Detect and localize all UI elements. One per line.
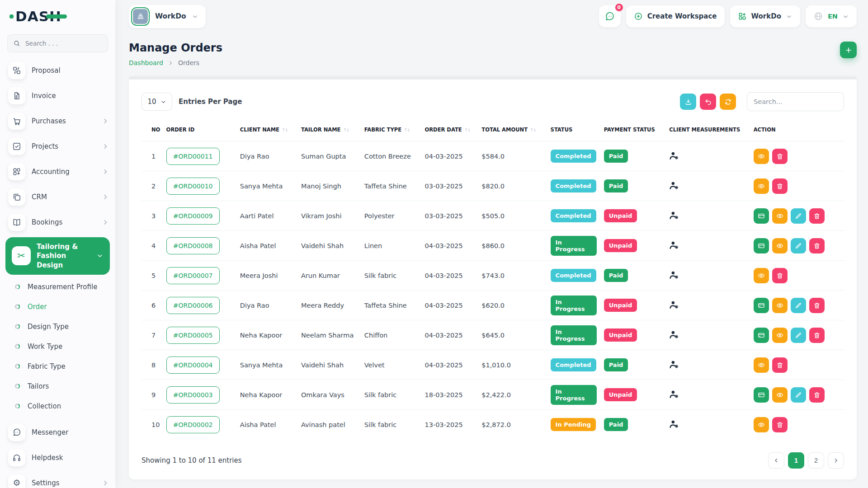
- delete-order-button[interactable]: [809, 208, 825, 224]
- view-order-button[interactable]: [754, 178, 769, 194]
- sidebar-item-accounting[interactable]: Accounting: [0, 159, 115, 184]
- sidebar-subitem-measurement-profile[interactable]: Measurement Profile: [0, 277, 115, 297]
- sidebar-item-proposal[interactable]: Proposal: [0, 58, 115, 83]
- order-id-link[interactable]: #ORD00010: [166, 178, 220, 195]
- client-measurements-button[interactable]: [669, 180, 679, 191]
- add-order-button[interactable]: [840, 42, 857, 58]
- sort-icon[interactable]: ↑↓: [464, 127, 470, 132]
- sort-icon[interactable]: ↑↓: [404, 127, 410, 132]
- view-order-button[interactable]: [754, 357, 769, 373]
- client-measurements-button[interactable]: [669, 329, 679, 340]
- refresh-button[interactable]: [720, 94, 736, 110]
- sidebar-item-invoice[interactable]: Invoice: [0, 83, 115, 108]
- client-measurements-button[interactable]: [669, 240, 679, 250]
- sort-icon[interactable]: ↑↓: [530, 127, 536, 132]
- view-order-button[interactable]: [772, 208, 788, 224]
- view-order-button[interactable]: [754, 417, 769, 432]
- delete-order-button[interactable]: [772, 178, 788, 194]
- sidebar-item-crm[interactable]: CRM: [0, 184, 115, 210]
- sidebar-item-label: Invoice: [32, 92, 56, 100]
- view-order-button[interactable]: [772, 298, 788, 313]
- payment-order-button[interactable]: [754, 238, 769, 253]
- edit-order-button[interactable]: [791, 328, 806, 343]
- workspace-selector[interactable]: WorkDo: [129, 5, 206, 28]
- order-id-link[interactable]: #ORD00005: [166, 327, 220, 344]
- sidebar-item-settings[interactable]: ⚙Settings: [0, 470, 115, 488]
- sidebar-search-input[interactable]: [24, 39, 102, 47]
- view-order-button[interactable]: [754, 149, 769, 164]
- total-amount-cell: $584.0: [478, 141, 547, 171]
- column-header-fabric-type[interactable]: FABRIC TYPE↑↓: [361, 118, 421, 141]
- sidebar-item-messenger[interactable]: Messenger: [0, 420, 115, 445]
- entries-per-page-select[interactable]: 10: [142, 93, 172, 111]
- view-order-button[interactable]: [772, 238, 788, 253]
- sidebar-subitem-collection[interactable]: Collection: [0, 396, 115, 416]
- sidebar-subitem-tailors[interactable]: Tailors: [0, 376, 115, 396]
- delete-order-button[interactable]: [809, 238, 825, 253]
- edit-order-button[interactable]: [791, 208, 806, 224]
- delete-order-button[interactable]: [772, 357, 788, 373]
- status-badge: In Progress: [551, 236, 597, 256]
- sidebar-subitem-work-type[interactable]: Work Type: [0, 337, 115, 357]
- client-measurements-button[interactable]: [669, 300, 679, 310]
- sort-icon[interactable]: ↑↓: [282, 127, 288, 132]
- order-id-link[interactable]: #ORD00002: [166, 416, 220, 433]
- delete-order-button[interactable]: [772, 268, 788, 283]
- sidebar-item-bookings[interactable]: Bookings: [0, 210, 115, 235]
- order-id-link[interactable]: #ORD00003: [166, 386, 220, 404]
- order-id-link[interactable]: #ORD00009: [166, 207, 220, 225]
- breadcrumb-dashboard-link[interactable]: Dashboard: [129, 59, 163, 66]
- order-id-link[interactable]: #ORD00011: [166, 148, 220, 165]
- column-header-client-name[interactable]: CLIENT NAME↑↓: [236, 118, 297, 141]
- export-button[interactable]: [680, 94, 696, 110]
- payment-order-button[interactable]: [754, 328, 769, 343]
- sidebar-subitem-order[interactable]: Order: [0, 297, 115, 317]
- pagination-prev-button[interactable]: [768, 452, 784, 469]
- column-header-order-date[interactable]: ORDER DATE↑↓: [421, 118, 478, 141]
- delete-order-button[interactable]: [809, 328, 825, 343]
- pagination-next-button[interactable]: [828, 452, 844, 469]
- sidebar-item-purchases[interactable]: Purchases: [0, 108, 115, 134]
- client-measurements-button[interactable]: [669, 419, 679, 429]
- sidebar-item-tailoring-fashion-design[interactable]: ✂ Tailoring & Fashion Design: [5, 237, 110, 275]
- order-id-link[interactable]: #ORD00004: [166, 357, 220, 374]
- client-measurements-button[interactable]: [669, 150, 679, 161]
- delete-order-button[interactable]: [809, 387, 825, 403]
- payment-order-button[interactable]: [754, 298, 769, 313]
- view-order-button[interactable]: [772, 387, 788, 403]
- column-header-tailor-name[interactable]: TAILOR NAME↑↓: [297, 118, 361, 141]
- client-measurements-button[interactable]: [669, 359, 679, 370]
- language-selector[interactable]: EN: [806, 5, 857, 27]
- reset-button[interactable]: [700, 94, 716, 110]
- view-order-button[interactable]: [772, 328, 788, 343]
- delete-order-button[interactable]: [809, 298, 825, 313]
- sidebar-subitem-design-type[interactable]: Design Type: [0, 317, 115, 337]
- workdo-dropdown[interactable]: WorkDo: [730, 5, 800, 27]
- table-search-input[interactable]: [747, 92, 844, 111]
- view-order-button[interactable]: [754, 268, 769, 283]
- brand-logo[interactable]: DASH: [15, 8, 61, 24]
- edit-order-button[interactable]: [791, 298, 806, 313]
- sort-icon[interactable]: ↑↓: [343, 127, 349, 132]
- delete-order-button[interactable]: [772, 417, 788, 432]
- column-header-total-amount[interactable]: TOTAL AMOUNT↑↓: [478, 118, 547, 141]
- client-measurements-button[interactable]: [669, 210, 679, 221]
- sidebar-item-helpdesk[interactable]: Helpdesk: [0, 445, 115, 470]
- order-id-link[interactable]: #ORD00008: [166, 237, 220, 254]
- create-workspace-button[interactable]: Create Workspace: [626, 5, 725, 27]
- payment-order-button[interactable]: [754, 208, 769, 224]
- pagination-page-2[interactable]: 2: [808, 452, 824, 469]
- edit-order-button[interactable]: [791, 238, 806, 253]
- order-id-link[interactable]: #ORD00007: [166, 267, 220, 284]
- sidebar-subitem-fabric-type[interactable]: Fabric Type: [0, 357, 115, 376]
- messages-button[interactable]: 0: [599, 5, 621, 27]
- edit-order-button[interactable]: [791, 387, 806, 403]
- horizontal-scrollbar[interactable]: [129, 76, 857, 80]
- client-measurements-button[interactable]: [669, 389, 679, 399]
- delete-order-button[interactable]: [772, 149, 788, 164]
- pagination-page-1[interactable]: 1: [788, 452, 804, 469]
- client-measurements-button[interactable]: [669, 270, 679, 280]
- payment-order-button[interactable]: [754, 387, 769, 403]
- sidebar-item-projects[interactable]: Projects: [0, 134, 115, 159]
- order-id-link[interactable]: #ORD00006: [166, 297, 220, 314]
